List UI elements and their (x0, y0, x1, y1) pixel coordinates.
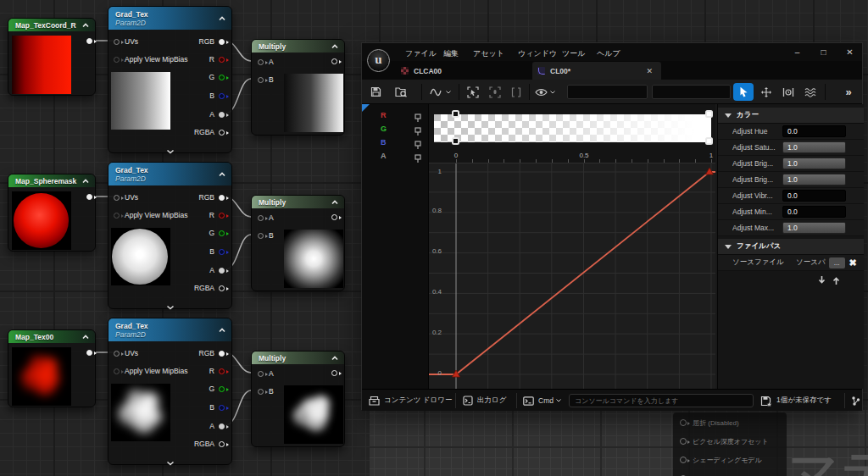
collapse-icon[interactable] (82, 334, 89, 340)
import-arrow-icon[interactable] (817, 274, 827, 284)
output-pin-a[interactable]: A (209, 109, 225, 119)
input-pin-b[interactable]: B (258, 75, 274, 85)
input-pin-b[interactable]: B (258, 386, 274, 396)
tab-close-icon[interactable]: ✕ (646, 67, 653, 75)
node-header[interactable]: Multiply (252, 196, 344, 208)
collapse-icon[interactable] (82, 22, 89, 29)
pin-icon[interactable] (219, 130, 225, 136)
pin-icon[interactable] (219, 249, 225, 255)
input-pin-uvs[interactable]: UVs (114, 348, 138, 358)
section-header-color[interactable]: カラー (718, 108, 864, 124)
input-pin-mipbias[interactable]: Apply View MipBias (114, 54, 188, 64)
node-multiply-3[interactable]: Multiply A B (251, 351, 345, 447)
view-options-dropdown[interactable] (534, 83, 556, 101)
output-pin[interactable] (331, 214, 337, 220)
pin-icon[interactable] (219, 285, 225, 291)
curves-filter-button[interactable] (802, 83, 819, 101)
collapse-icon[interactable] (331, 43, 338, 50)
cmd-dropdown[interactable]: Cmd (523, 392, 561, 409)
output-pin-rgb[interactable]: RGB (199, 36, 225, 47)
curve-template-dropdown[interactable] (428, 83, 452, 101)
property-value-input[interactable]: 0.0 (782, 206, 846, 218)
output-pin[interactable] (331, 370, 337, 376)
window-titlebar[interactable]: ファイル 編集 アセット ウィンドウ ツール ヘルプ – □ ✕ (362, 43, 862, 61)
collapse-icon[interactable] (331, 355, 338, 362)
node-map-tex00[interactable]: Map_Tex00 (8, 329, 96, 407)
menu-window[interactable]: ウィンドウ (518, 46, 557, 62)
output-pin-rgba[interactable]: RGBA (194, 439, 225, 449)
pin-icon[interactable] (219, 351, 225, 357)
node-grad-tex-1[interactable]: Grad_Tex Param2D UVs Apply View MipBias … (108, 6, 232, 153)
pin-icon[interactable] (219, 93, 225, 99)
minimize-button[interactable]: – (790, 45, 804, 58)
snap-time-button[interactable] (780, 83, 797, 101)
pin-icon[interactable] (219, 405, 225, 411)
output-pin-r[interactable]: R (209, 366, 225, 376)
pin-icon[interactable] (258, 233, 264, 239)
pin-curve-icon[interactable] (415, 152, 421, 161)
frame-marker-button[interactable] (487, 83, 504, 101)
save-button[interactable] (368, 83, 383, 101)
pin-icon[interactable] (219, 268, 225, 274)
node-header[interactable]: Map_Spheremask (8, 174, 95, 187)
pin-icon[interactable] (258, 389, 264, 395)
output-pin[interactable] (86, 38, 92, 44)
transform-tool-button[interactable] (758, 83, 775, 101)
pin-icon[interactable] (219, 386, 225, 392)
material-pin-partial[interactable] (673, 469, 787, 476)
output-pin[interactable] (86, 194, 92, 200)
expand-icon[interactable] (166, 143, 175, 150)
pin-icon[interactable] (258, 215, 264, 221)
property-value-input[interactable]: 1.0 (782, 174, 846, 185)
node-header[interactable]: Grad_Tex Param2D (108, 7, 231, 30)
pin-icon[interactable] (219, 75, 225, 80)
menu-tools[interactable]: ツール (562, 46, 585, 62)
gradient-key[interactable] (705, 137, 713, 145)
pin-icon[interactable] (114, 195, 120, 201)
channel-row-r[interactable]: R (362, 108, 428, 122)
node-grad-tex-2[interactable]: Grad_Tex Param2D UVs Apply View MipBias … (108, 162, 232, 309)
output-pin-g[interactable]: G (209, 228, 225, 238)
output-pin[interactable] (331, 58, 337, 64)
output-pin-b[interactable]: B (209, 246, 225, 257)
channel-row-b[interactable]: B (362, 136, 428, 149)
pin-icon[interactable] (219, 441, 225, 447)
node-header[interactable]: Multiply (252, 40, 344, 53)
close-button[interactable]: ✕ (843, 45, 857, 58)
pin-icon[interactable] (219, 368, 225, 374)
key-value-input[interactable] (652, 85, 731, 99)
select-tool-button-active[interactable] (733, 83, 754, 101)
pin-icon[interactable] (114, 351, 120, 357)
time-ruler[interactable]: 0 0.5 1 (429, 150, 715, 163)
input-pin-uvs[interactable]: UVs (114, 192, 138, 202)
output-pin-rgb[interactable]: RGB (199, 348, 225, 358)
frame-selection-button[interactable] (465, 83, 481, 101)
output-pin-r[interactable]: R (209, 210, 225, 220)
output-pin-r[interactable]: R (209, 54, 225, 64)
material-pin-pixel-depth-offset[interactable]: ピクセル深度オフセット (673, 432, 787, 451)
node-header[interactable]: Map_Tex00 (8, 330, 95, 343)
input-pin-a[interactable]: A (258, 213, 274, 223)
expand-icon[interactable] (166, 455, 175, 462)
menu-edit[interactable]: 編集 (443, 46, 459, 62)
property-value-input[interactable]: 1.0 (782, 222, 846, 234)
pin-icon[interactable] (219, 57, 225, 63)
output-pin-g[interactable]: G (209, 72, 225, 82)
unreal-logo-icon[interactable]: u (367, 49, 390, 72)
node-multiply-2[interactable]: Multiply A B (251, 195, 345, 291)
pin-icon[interactable] (114, 39, 120, 45)
gradient-key[interactable] (452, 110, 459, 118)
output-pin-a[interactable]: A (209, 421, 225, 431)
clear-path-icon[interactable]: ✖ (849, 257, 857, 268)
output-pin[interactable] (86, 350, 92, 356)
node-header[interactable]: Map_TexCoord_R (8, 19, 95, 31)
channel-row-a[interactable]: A (362, 149, 428, 163)
input-pin-mipbias[interactable]: Apply View MipBias (114, 366, 188, 376)
console-command-input[interactable]: コンソールコマンドを入力します (569, 394, 754, 407)
node-header[interactable]: Grad_Tex Param2D (108, 163, 231, 185)
gradient-key[interactable] (705, 110, 713, 118)
node-header[interactable]: Grad_Tex Param2D (108, 318, 231, 341)
input-pin-a[interactable]: A (258, 368, 274, 379)
property-value-input[interactable]: 1.0 (782, 158, 846, 169)
collapse-icon[interactable] (219, 15, 225, 22)
